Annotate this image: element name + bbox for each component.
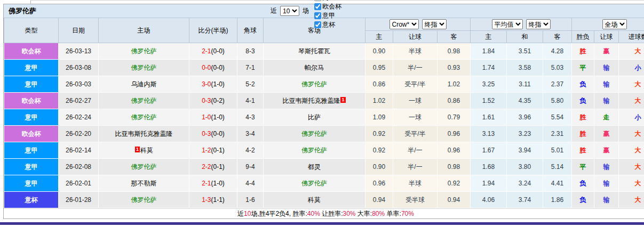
red-card-badge: 1 — [340, 97, 345, 103]
handicap-away-odds: 0.86 — [438, 93, 471, 109]
halftime-score: (0-0) — [211, 47, 225, 55]
fulltime-score: 0-3 — [202, 130, 211, 137]
euro-away-odds: 4.41 — [543, 175, 572, 192]
away-team-cell: 琴斯托霍瓦 — [264, 43, 365, 60]
coppa-italia-checkbox[interactable] — [314, 21, 321, 28]
summary-stat-label: 单率: — [385, 210, 401, 217]
handicap-home-odds: 0.86 — [365, 76, 393, 93]
serie-a-checkbox-label[interactable]: 意甲 — [311, 11, 341, 20]
euro-home-odds: 1.52 — [471, 93, 507, 109]
coppa-italia-checkbox-label[interactable]: 意杯 — [311, 20, 341, 29]
team-name: 帕尔马 — [305, 64, 324, 71]
home-team-cell: 比亚韦斯托克雅盖隆 — [99, 126, 189, 142]
league-badge: 意甲 — [4, 175, 59, 192]
result-handicap: 赢 — [594, 126, 619, 142]
away-team-cell: 佛罗伦萨 — [264, 126, 365, 142]
handicap-home-odds: 0.92 — [365, 126, 393, 142]
filter-controls: 近 10 场 同客欧会杯意甲意杯 — [269, 4, 341, 18]
euro-away-odds: 2.31 — [543, 126, 572, 142]
handicap-home-odds: 0.96 — [365, 175, 393, 192]
handicap-line: 半/一 — [393, 60, 438, 76]
fullmatch-select[interactable]: 全场 — [602, 19, 627, 29]
summary-stat-value: 80% — [372, 210, 385, 217]
match-date: 26-02-27 — [59, 93, 99, 109]
euro-away-odds: 5.01 — [543, 142, 572, 159]
halftime-score: (1-1) — [211, 196, 225, 204]
halftime-score: (0-0) — [211, 64, 225, 71]
sub-col-header: 胜负 — [572, 31, 594, 43]
col-header-score: 比分(半场) — [189, 18, 237, 43]
match-date: 26-02-20 — [59, 126, 99, 142]
col-header-home: 主场 — [99, 18, 189, 43]
home-team-cell: 1科莫 — [99, 142, 189, 159]
fulltime-score: 2-1 — [202, 47, 211, 55]
team-name: 都灵 — [308, 163, 321, 171]
league-badge: 意甲 — [4, 109, 59, 126]
handicap-home-odds: 0.94 — [365, 192, 393, 208]
bookmaker-select[interactable]: Crow* — [389, 19, 419, 29]
home-team-cell: 佛罗伦萨 — [99, 109, 189, 126]
home-team-cell: 佛罗伦萨 — [99, 192, 189, 208]
fulltime-score: 2-2 — [202, 163, 211, 171]
league-badge: 意甲 — [4, 142, 59, 159]
league-filter-checkboxes: 同客欧会杯意甲意杯 — [311, 0, 341, 29]
euro-home-odds: 3.25 — [471, 76, 507, 93]
handicap-final-select[interactable]: 终指 — [422, 19, 447, 29]
summary-stat-label: 场,胜4平2负4, 胜率: — [251, 210, 307, 217]
team-name: 佛罗伦萨 — [301, 180, 327, 187]
same-venue-checkbox[interactable] — [314, 0, 321, 1]
result-goals: 小 — [619, 60, 644, 76]
handicap-home-odds: 0.95 — [365, 60, 393, 76]
result-goals: 大 — [619, 159, 644, 175]
average-select[interactable]: 平均值 — [492, 19, 523, 29]
euro-select-group: 平均值终指 — [471, 18, 572, 31]
serie-a-checkbox[interactable] — [314, 12, 321, 19]
uefa-conference-checkbox-label[interactable]: 欧会杯 — [311, 2, 341, 11]
table-row: 意杯26-01-28佛罗伦萨1-3(1-1)1-6科莫0.94受半球0.944.… — [4, 192, 644, 208]
league-badge: 意杯 — [4, 192, 59, 208]
league-badge: 意甲 — [4, 60, 59, 76]
fulltime-score: 0-3 — [202, 97, 211, 104]
euro-home-odds: 4.06 — [471, 192, 507, 208]
handicap-away-odds: 0.92 — [438, 175, 471, 192]
result-winlose: 胜 — [572, 109, 594, 126]
sub-col-header: 让球 — [393, 31, 438, 43]
score-cell: 1-2(0-1) — [189, 142, 237, 159]
team-name: 那不勒斯 — [131, 180, 157, 187]
corner-cell: 8-3 — [237, 43, 264, 60]
team-name: 比亚韦斯托克雅盖隆 — [282, 97, 340, 104]
result-handicap: 赢 — [594, 142, 619, 159]
team-name: 佛罗伦萨 — [301, 147, 327, 154]
handicap-home-odds: 0.92 — [365, 142, 393, 159]
team-name: 佛罗伦萨 — [301, 80, 327, 88]
euro-draw-odds: 3.74 — [507, 192, 543, 208]
match-date: 26-03-03 — [59, 76, 99, 93]
halftime-score: (1-0) — [211, 114, 225, 121]
team-name: 佛罗伦萨 — [131, 97, 157, 104]
handicap-line: 受半球 — [393, 192, 438, 208]
euro-final-select[interactable]: 终指 — [526, 19, 551, 29]
sub-col-header: 主 — [365, 31, 393, 43]
handicap-home-odds: 0.90 — [365, 159, 393, 175]
match-date: 26-03-08 — [59, 60, 99, 76]
corner-cell: 4-3 — [237, 109, 264, 126]
result-handicap: 输 — [594, 60, 619, 76]
summary-stat-label: 近 — [237, 210, 244, 217]
recent-count-select[interactable]: 10 — [280, 6, 299, 16]
coppa-italia-label: 意杯 — [322, 20, 335, 29]
team-name: 佛罗伦萨 — [131, 114, 157, 121]
table-row: 意甲26-02-24佛罗伦萨1-0(1-0)4-3比萨1.09一球0.791.6… — [4, 109, 644, 126]
handicap-line: 一球 — [393, 93, 438, 109]
result-goals: 大 — [619, 76, 644, 93]
uefa-conference-checkbox[interactable] — [314, 3, 321, 10]
euro-draw-odds: 3.24 — [507, 175, 543, 192]
halftime-score: (1-0) — [211, 180, 225, 187]
result-goals: 大 — [619, 175, 644, 192]
handicap-away-odds: 0.98 — [438, 159, 471, 175]
away-team-cell: 佛罗伦萨 — [264, 175, 365, 192]
score-cell: 3-0(1-0) — [189, 76, 237, 93]
sub-col-header: 让球 — [594, 31, 619, 43]
handicap-home-odds: 1.02 — [365, 93, 393, 109]
corner-cell: 9-4 — [237, 159, 264, 175]
league-badge: 意甲 — [4, 76, 59, 93]
